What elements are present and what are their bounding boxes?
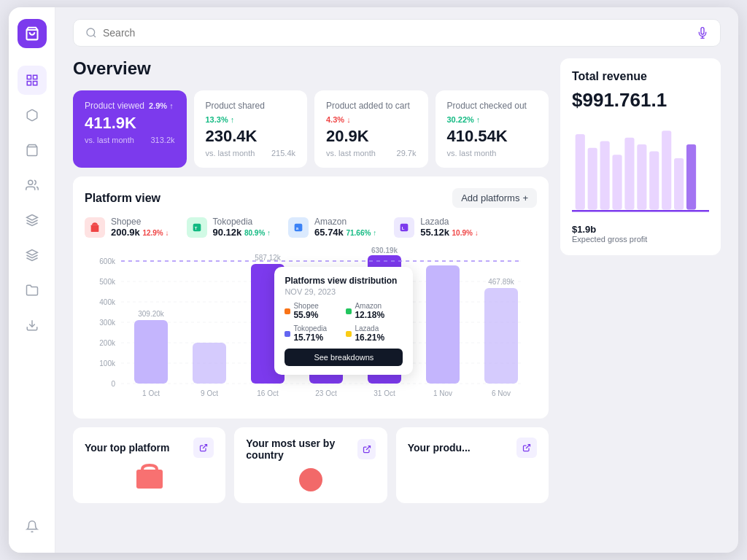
right-panel: Total revenue $991.761.1 (560, 58, 721, 541)
search-bar[interactable] (73, 19, 721, 47)
your-product-title: Your produ... (408, 442, 471, 454)
svg-text:600k: 600k (99, 257, 116, 265)
stats-row: Product viewed 2.9% ↑ 411.9K vs. last mo… (73, 90, 549, 168)
svg-text:467.89k: 467.89k (488, 278, 515, 286)
header (55, 7, 738, 52)
svg-text:31 Oct: 31 Oct (374, 389, 395, 397)
top-platform-link-icon[interactable] (193, 438, 214, 458)
stat-badge-2: 4.3% ↓ (326, 115, 351, 124)
sidebar-item-users[interactable] (18, 171, 47, 200)
svg-rect-68 (662, 131, 671, 209)
stat-card-product-checkout: Product checked out 30.22% ↑ 410.54K vs.… (436, 90, 549, 168)
sidebar-item-layers[interactable] (18, 241, 47, 270)
stat-vs-label-1: vs. last month (206, 149, 255, 158)
stat-vs-value-1: 215.4k (271, 149, 295, 158)
amazon-logo: a (288, 217, 309, 238)
svg-text:400k: 400k (99, 298, 116, 306)
sidebar-item-folder[interactable] (18, 276, 47, 305)
tooltip-lazada: Lazada 16.21% (346, 324, 403, 343)
svg-rect-63 (600, 141, 610, 209)
lazada-logo: L (394, 217, 414, 238)
gross-profit-label: Expected gross profit (572, 235, 709, 244)
chart-tooltip: Platforms view distribution NOV 29, 2023… (274, 267, 413, 375)
stat-vs-value-2: 29.7k (397, 149, 417, 158)
most-user-country-link-icon[interactable] (357, 439, 375, 459)
sidebar-item-cube[interactable] (18, 206, 47, 235)
svg-text:23 Oct: 23 Oct (315, 389, 337, 397)
sidebar-item-download[interactable] (18, 311, 47, 340)
tokopedia-logo: T (187, 217, 207, 238)
svg-rect-70 (686, 144, 696, 209)
svg-rect-66 (637, 144, 646, 209)
stat-card-product-shared: Product shared 13.3% ↑ 230.4K vs. last m… (194, 90, 308, 168)
svg-text:L: L (402, 225, 405, 230)
sidebar (9, 7, 55, 553)
svg-text:200k: 200k (99, 339, 116, 347)
svg-rect-36 (134, 320, 168, 384)
search-input[interactable] (103, 27, 691, 39)
svg-marker-9 (26, 250, 37, 256)
lazada-dot (346, 331, 352, 337)
svg-point-11 (87, 28, 95, 36)
stat-value-1: 230.4K (206, 127, 296, 146)
svg-rect-1 (27, 75, 31, 79)
add-platforms-button[interactable]: Add platforms + (452, 188, 537, 208)
sidebar-item-grid[interactable] (18, 66, 47, 95)
tooltip-shopee: Shopee 55.9% (285, 302, 341, 320)
svg-text:1 Nov: 1 Nov (433, 389, 452, 397)
svg-text:309.20k: 309.20k (138, 310, 165, 318)
svg-rect-64 (612, 155, 622, 209)
platform-amazon: a Amazon 65.74k 71.66% ↑ (288, 217, 376, 238)
top-platform-card: Your top platform (73, 427, 225, 503)
svg-text:16 Oct: 16 Oct (257, 389, 279, 397)
your-product-card: Your produ... (396, 427, 549, 503)
revenue-value: $991.761.1 (572, 89, 709, 112)
see-breakdowns-button[interactable]: See breakdowns (285, 349, 403, 366)
tooltip-grid: Shopee 55.9% Amazon 12.18% (285, 302, 403, 343)
svg-rect-65 (624, 138, 634, 210)
tooltip-title: Platforms view distribution (285, 276, 403, 286)
svg-point-6 (28, 180, 32, 184)
stat-label-1: Product shared (206, 101, 265, 111)
tooltip-date: NOV 29, 2023 (285, 287, 403, 296)
sidebar-item-bell[interactable] (18, 512, 47, 541)
search-icon (85, 27, 97, 39)
tokopedia-name: Tokopedia (213, 217, 271, 227)
svg-rect-15 (91, 225, 99, 231)
svg-text:6 Nov: 6 Nov (492, 389, 511, 397)
svg-rect-3 (33, 82, 36, 85)
stat-vs-label-0: vs. last month (85, 136, 134, 144)
svg-point-59 (299, 468, 322, 491)
svg-line-60 (526, 445, 530, 449)
platform-tokopedia: T Tokopedia 90.12k 80.9% ↑ (187, 217, 271, 238)
svg-line-7 (26, 220, 32, 223)
country-globe-icon (298, 467, 324, 493)
stat-vs-value-0: 313.2k (150, 136, 174, 144)
stat-label-2: Product added to cart (326, 101, 410, 111)
sidebar-logo[interactable] (18, 19, 47, 48)
sidebar-item-bag[interactable] (18, 136, 47, 165)
amazon-dot (346, 308, 352, 314)
platform-card: Platform view Add platforms + (73, 176, 549, 419)
mic-icon[interactable] (697, 27, 708, 39)
svg-text:9 Oct: 9 Oct (201, 389, 218, 397)
amazon-name: Amazon (314, 217, 376, 227)
stat-value-3: 410.54K (447, 127, 538, 146)
stat-label-3: Product checked out (447, 101, 527, 111)
svg-text:1 Oct: 1 Oct (142, 389, 160, 397)
platforms-row: Shopee 200.9k 12.9% ↓ T (85, 217, 537, 238)
tooltip-tokopedia: Tokopedia 15.71% (285, 324, 341, 343)
stat-label-text: Product viewed (85, 101, 144, 111)
sidebar-item-box[interactable] (18, 101, 47, 130)
main-content: Overview Product viewed 2.9% ↑ 411.9K (55, 7, 738, 553)
lazada-name: Lazada (420, 217, 479, 227)
svg-line-58 (366, 446, 371, 451)
gross-profit-value: $1.9b (572, 224, 709, 235)
top-platform-icon (135, 464, 164, 490)
svg-rect-57 (136, 470, 163, 489)
your-product-link-icon[interactable] (516, 438, 537, 458)
stat-badge-3: 30.22% ↑ (447, 115, 481, 124)
svg-rect-67 (649, 152, 659, 210)
tooltip-amazon: Amazon 12.18% (346, 302, 403, 320)
stat-badge-1: 13.3% ↑ (206, 115, 235, 124)
